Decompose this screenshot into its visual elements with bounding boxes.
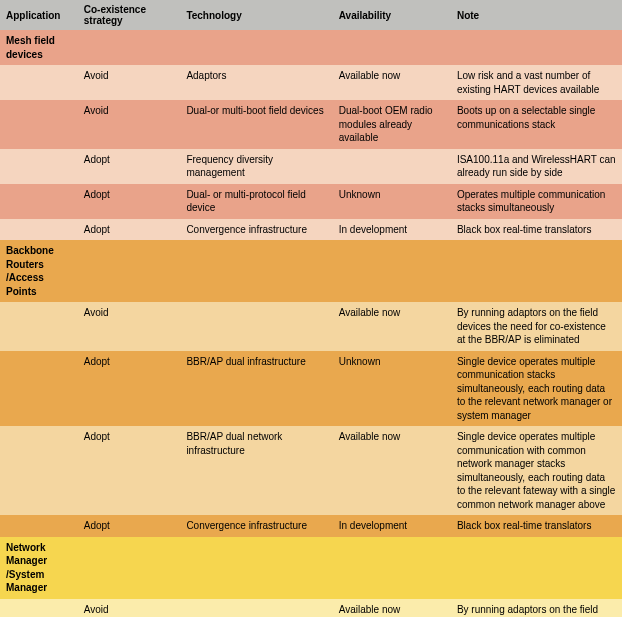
tech-cell [180,599,332,618]
app-cell [0,219,78,241]
strategy-cell: Avoid [78,100,181,149]
app-cell [0,100,78,149]
section-header: Backbone Routers /Access Points [0,240,622,302]
avail-cell: In development [333,219,451,241]
col-availability: Availability [333,0,451,30]
note-cell: Single device operates multiple communic… [451,351,622,427]
section-header: Network Manager /System Manager [0,537,622,599]
app-cell [0,515,78,537]
table-row: AvoidAvailable nowBy running adaptors on… [0,599,622,618]
note-cell: Single device operates multiple communic… [451,426,622,515]
tech-cell: BBR/AP dual infrastructure [180,351,332,427]
tech-cell: Adaptors [180,65,332,100]
strategy-cell: Adopt [78,219,181,241]
strategy-cell: Avoid [78,599,181,618]
app-cell [0,184,78,219]
tech-cell: Convergence infrastructure [180,515,332,537]
table-row: AdoptDual- or multi-protocol field devic… [0,184,622,219]
table-row: AvoidAvailable nowBy running adaptors on… [0,302,622,351]
strategy-cell: Adopt [78,426,181,515]
tech-cell: Convergence infrastructure [180,219,332,241]
tech-cell: BBR/AP dual network infrastructure [180,426,332,515]
app-cell [0,149,78,184]
section-header: Mesh field devices [0,30,622,65]
strategy-cell: Avoid [78,302,181,351]
note-cell: Black box real-time translators [451,515,622,537]
avail-cell: Available now [333,599,451,618]
col-strategy: Co-existence strategy [78,0,181,30]
tech-cell: Frequency diversity management [180,149,332,184]
note-cell: Operates multiple communication stacks s… [451,184,622,219]
col-technology: Technology [180,0,332,30]
note-cell: By running adaptors on the field devices… [451,302,622,351]
app-cell [0,351,78,427]
table-row: AdoptBBR/AP dual infrastructureUnknownSi… [0,351,622,427]
app-cell [0,302,78,351]
note-cell: ISA100.11a and WirelessHART can already … [451,149,622,184]
avail-cell: Dual-boot OEM radio modules already avai… [333,100,451,149]
table-row: AdoptConvergence infrastructureIn develo… [0,515,622,537]
table-row: AdoptConvergence infrastructureIn develo… [0,219,622,241]
app-cell [0,599,78,618]
note-cell: Black box real-time translators [451,219,622,241]
tech-cell: Dual- or multi-protocol field device [180,184,332,219]
col-application: Application [0,0,78,30]
avail-cell: In development [333,515,451,537]
table-row: AvoidAdaptorsAvailable nowLow risk and a… [0,65,622,100]
strategy-cell: Adopt [78,184,181,219]
strategy-cell: Adopt [78,515,181,537]
strategy-cell: Adopt [78,351,181,427]
table-row: AvoidDual-or multi-boot field devicesDua… [0,100,622,149]
tech-cell [180,302,332,351]
app-cell [0,426,78,515]
header-row: Application Co-existence strategy Techno… [0,0,622,30]
col-note: Note [451,0,622,30]
strategy-cell: Adopt [78,149,181,184]
avail-cell: Available now [333,302,451,351]
table-row: AdoptFrequency diversity managementISA10… [0,149,622,184]
section-title: Network Manager /System Manager [0,537,78,599]
tech-cell: Dual-or multi-boot field devices [180,100,332,149]
avail-cell: Unknown [333,184,451,219]
app-cell [0,65,78,100]
section-title: Backbone Routers /Access Points [0,240,78,302]
note-cell: Low risk and a vast number of existing H… [451,65,622,100]
table-row: AdoptBBR/AP dual network infrastructureA… [0,426,622,515]
avail-cell: Available now [333,426,451,515]
strategy-cell: Avoid [78,65,181,100]
note-cell: Boots up on a selectable single communic… [451,100,622,149]
avail-cell [333,149,451,184]
coexistence-table: Application Co-existence strategy Techno… [0,0,622,617]
section-title: Mesh field devices [0,30,78,65]
avail-cell: Unknown [333,351,451,427]
avail-cell: Available now [333,65,451,100]
note-cell: By running adaptors on the field devices… [451,599,622,618]
